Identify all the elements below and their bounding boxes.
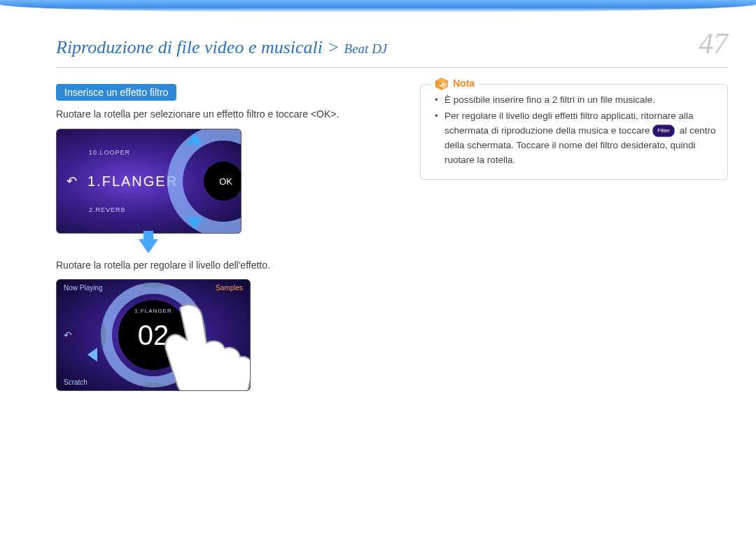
wheel-arrow-up-icon	[186, 134, 203, 145]
wheel-arrow-down-icon	[186, 218, 203, 229]
touch-hand-icon	[152, 301, 251, 391]
step2-text: Ruotare la rotella per regolare il livel…	[56, 259, 392, 273]
note-box: Nota È possibile inserire fino a 2 filtr…	[420, 84, 728, 180]
left-column: Inserisce un effetto filtro Ruotare la r…	[56, 84, 392, 391]
filter-next-item: 2.REVERB	[89, 206, 126, 213]
dial-arrow-left-icon	[88, 348, 97, 362]
page-content: Inserisce un effetto filtro Ruotare la r…	[56, 84, 728, 391]
page-number: 47	[699, 27, 728, 60]
note-bullet-1-text: È possibile inserire fino a 2 filtri in …	[444, 94, 655, 105]
note-cube-icon	[435, 77, 449, 91]
note-bullet-2: Per regolare il livello degli effetti fi…	[435, 109, 716, 168]
breadcrumb: Riproduzione di file video e musicali > …	[56, 37, 387, 58]
filter-selected-item: 1.FLANGER	[88, 173, 178, 189]
note-list: È possibile inserire fino a 2 filtri in …	[432, 93, 716, 168]
note-label: Nota	[453, 76, 475, 92]
flow-arrow-down-icon	[139, 239, 158, 253]
back-icon[interactable]: ↶	[66, 173, 77, 189]
corner-scratch[interactable]: Scratch	[64, 378, 88, 386]
filter-prev-item: 10.LOOPER	[89, 149, 130, 156]
section-title-pill: Inserisce un effetto filtro	[56, 84, 176, 101]
device-screenshot-level-adjust: Now Playing Samples Scratch Filters ↶ 1.…	[56, 279, 251, 391]
note-heading: Nota	[430, 76, 479, 92]
page-top-wave	[0, 0, 756, 13]
right-column: Nota È possibile inserire fino a 2 filtr…	[420, 84, 728, 391]
page-header: Riproduzione di file video e musicali > …	[56, 27, 728, 68]
corner-samples[interactable]: Samples	[216, 284, 243, 292]
device-screenshot-filter-select: 10.LOOPER ↶ 1.FLANGER 2.REVERB OK	[56, 129, 241, 234]
breadcrumb-main: Riproduzione di file video e musicali	[56, 37, 323, 57]
breadcrumb-sub: Beat DJ	[344, 41, 388, 56]
corner-now-playing[interactable]: Now Playing	[64, 284, 103, 292]
note-bullet-1: È possibile inserire fino a 2 filtri in …	[435, 93, 716, 108]
back-icon[interactable]: ↶	[64, 329, 72, 341]
ok-button[interactable]: OK	[214, 171, 235, 190]
step1-text: Ruotare la rotella per selezionare un ef…	[56, 108, 392, 122]
breadcrumb-sep: >	[323, 37, 344, 57]
note-bullet-2-text: Per regolare il livello degli effetti fi…	[444, 111, 715, 165]
filter-badge-icon: Filter	[652, 125, 675, 137]
